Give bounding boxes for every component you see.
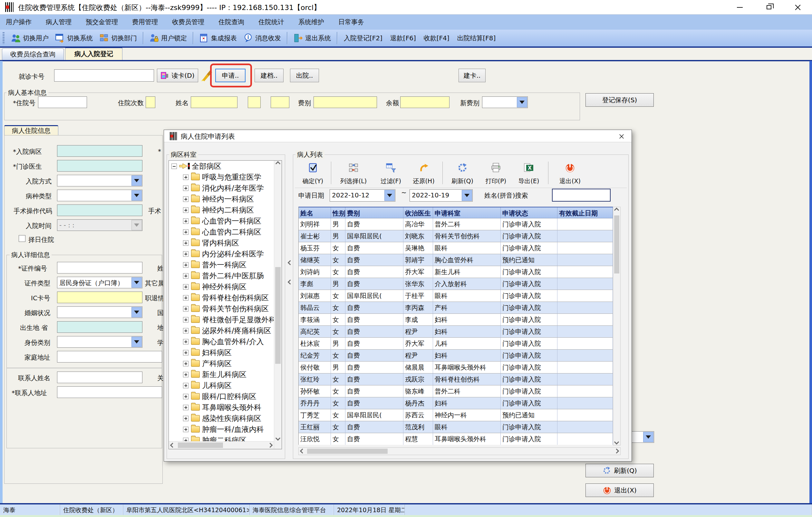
scrollbar-thumb[interactable] — [614, 215, 619, 273]
switch-dept-button[interactable]: 切换部门 — [96, 32, 140, 44]
expand-icon[interactable] — [183, 174, 188, 180]
date-to-select[interactable]: 2022-10-19 — [410, 189, 473, 201]
chevron-down-icon[interactable] — [132, 175, 142, 186]
expand-icon[interactable] — [183, 383, 188, 388]
contact-addr-input[interactable] — [57, 386, 162, 398]
close-button[interactable] — [785, 0, 811, 15]
chevron-down-icon[interactable] — [462, 190, 472, 201]
op-code-input[interactable] — [57, 205, 142, 216]
table-row[interactable]: 李彪 男 自费 张华东 介入放射科 门诊申请入院 — [299, 278, 620, 290]
date-from-select[interactable]: 2022-10-12 — [330, 189, 395, 201]
table-row[interactable]: 乔丹丹 女 自费 杨丹杰 妇科 门诊申请入院 — [299, 397, 620, 409]
id-type-select[interactable]: 居民身份证（户口簿） — [57, 277, 142, 288]
tree-item[interactable]: 普外一科病区 — [169, 259, 282, 270]
scroll-right-icon[interactable] — [268, 443, 272, 447]
scrollbar-thumb[interactable] — [178, 442, 223, 448]
table-row[interactable]: 刘诗屿 女 自费 乔大军 新生儿科 门诊申请入院 — [299, 266, 620, 278]
elective-checkbox[interactable] — [19, 235, 25, 242]
switch-system-button[interactable]: 切换系统 — [52, 32, 96, 44]
table-row[interactable]: 韩晶云 女 自费 李丙森 产科 门诊申请入院 — [299, 302, 620, 314]
tree-item[interactable]: 普外二科/中医肛肠 — [169, 270, 282, 281]
chevron-down-icon[interactable] — [517, 97, 527, 107]
menu-system-maint[interactable]: 系统维护 — [298, 18, 324, 26]
expand-icon[interactable] — [183, 372, 188, 377]
scroll-left-icon[interactable] — [301, 449, 304, 453]
discharge-settle-f8-button[interactable]: 出院结算[F8] — [453, 33, 500, 44]
expand-icon[interactable] — [183, 339, 188, 345]
table-horizontal-scrollbar[interactable] — [298, 447, 620, 455]
splitter-collapse-button[interactable] — [288, 278, 292, 285]
dialog-close-button[interactable] — [616, 132, 627, 141]
tree-item[interactable]: 脊柱微创手足显微外科 — [169, 314, 282, 325]
tab-cashier-query[interactable]: 收费员综合查询 — [2, 48, 64, 60]
tree-item[interactable]: 神经内二科病区 — [169, 205, 282, 215]
tree-item[interactable]: 神经外科病区 — [169, 281, 282, 292]
restore-button[interactable]: 还原(H) — [408, 162, 439, 186]
menu-fee-mgmt[interactable]: 费用管理 — [132, 18, 158, 26]
expand-icon[interactable] — [183, 306, 188, 311]
expand-icon[interactable] — [183, 350, 188, 355]
table-header[interactable]: 姓名 性别 费别 收治医生 申请科室 申请状态 有效截止日期 — [298, 207, 620, 218]
tab-patient-inpatient-info[interactable]: 病人住院信息 — [4, 125, 58, 135]
table-row[interactable]: 杜沐宸 男 自费 乔大军 儿科 门诊申请入院 — [299, 338, 620, 350]
tree-item[interactable]: 骨科关节创伤科病区 — [169, 303, 282, 314]
menu-patient-mgmt[interactable]: 病人管理 — [46, 18, 71, 26]
table-row[interactable]: 张红玲 女 自费 戎跃宗 骨科脊柱创伤科 门诊申请入院 — [299, 374, 620, 385]
col-sex[interactable]: 性别 — [331, 208, 345, 218]
scrollbar-thumb[interactable] — [275, 267, 281, 364]
table-row[interactable]: 储继英 女 自费 郭靖宇 胸心血管外科 预约已通知 — [299, 254, 620, 266]
expand-icon[interactable] — [183, 262, 188, 268]
collapse-icon[interactable] — [171, 164, 177, 169]
doctor-input[interactable] — [57, 160, 142, 171]
tree-item[interactable]: 耳鼻咽喉头颈外科 — [169, 402, 282, 413]
tree-item[interactable]: 感染性疾病科病区 — [169, 413, 282, 424]
col-status[interactable]: 申请状态 — [501, 208, 557, 218]
marriage-select[interactable] — [57, 306, 142, 318]
admit-register-f2-button[interactable]: 入院登记[F2] — [340, 33, 386, 44]
discharge-button[interactable]: 出院.. — [290, 69, 319, 82]
read-card-button[interactable]: 读卡(D) — [157, 69, 198, 82]
ward-input[interactable] — [57, 145, 142, 157]
name-input[interactable] — [191, 97, 237, 108]
dialog-refresh-button[interactable]: 刷新(Q) — [447, 162, 478, 186]
scroll-up-icon[interactable] — [615, 208, 618, 212]
expand-icon[interactable] — [183, 251, 188, 257]
fee-type-input[interactable] — [314, 97, 377, 108]
expand-icon[interactable] — [183, 361, 188, 366]
switch-user-button[interactable]: 切换用户 — [8, 32, 52, 44]
report-button[interactable]: 集成报表 — [196, 32, 240, 44]
scroll-up-icon[interactable] — [276, 162, 280, 165]
tab-patient-admission[interactable]: 病人入院登记 — [65, 47, 122, 60]
collect-f4-button[interactable]: 收款[F4] — [420, 33, 453, 44]
times-input[interactable] — [146, 97, 155, 108]
user-lock-button[interactable]: 用户锁定 — [146, 32, 190, 44]
chevron-down-icon[interactable] — [132, 307, 142, 317]
menu-deposit-mgmt[interactable]: 预交金管理 — [86, 18, 118, 26]
expand-icon[interactable] — [183, 317, 188, 323]
tree-item[interactable]: 消化内科/老年医学 — [169, 183, 282, 193]
col-deadline[interactable]: 有效截止日期 — [557, 208, 613, 218]
refresh-button[interactable]: 刷新(Q) — [585, 464, 654, 477]
tree-vertical-scrollbar[interactable] — [274, 161, 282, 449]
expand-icon[interactable] — [183, 284, 188, 290]
col-dept[interactable]: 申请科室 — [433, 208, 501, 218]
sex-input[interactable] — [248, 97, 261, 108]
tree-item[interactable]: 内分泌科/全科医学 — [169, 248, 282, 259]
col-fee[interactable]: 费别 — [345, 208, 403, 218]
table-vertical-scrollbar[interactable] — [613, 207, 620, 445]
expand-icon[interactable] — [183, 229, 188, 235]
admission-time-picker[interactable]: - - : : — [57, 219, 142, 231]
chevron-down-icon[interactable] — [132, 337, 142, 347]
expand-icon[interactable] — [183, 427, 188, 432]
tree-item[interactable]: 肿瘤一科/血液内科 — [169, 424, 282, 435]
scrollbar-thumb[interactable] — [307, 448, 388, 454]
maximize-button[interactable] — [756, 0, 782, 15]
table-row[interactable]: 高纪英 女 自费 程尹 妇科 门诊申请入院 — [299, 326, 620, 338]
col-doctor[interactable]: 收治医生 — [403, 208, 433, 218]
save-register-button[interactable]: 登记保存(S) — [585, 93, 654, 107]
expand-icon[interactable] — [183, 295, 188, 301]
tree-item[interactable]: 骨科脊柱创伤科病区 — [169, 292, 282, 303]
table-row[interactable]: 孙怀敏 女 自费 骆东峰 普外二科 门诊申请入院 — [299, 385, 620, 397]
tree-item[interactable]: 胸心血管外科/介入 — [169, 336, 282, 347]
tree-root[interactable]: 全部病区 — [169, 161, 282, 171]
